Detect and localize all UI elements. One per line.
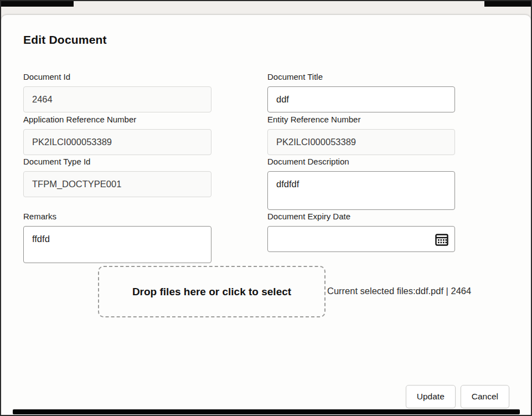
- field-remarks: Remarks ffdfd: [23, 212, 211, 263]
- document-title-label: Document Title: [267, 72, 455, 81]
- modal-footer-buttons: Update Cancel: [406, 385, 509, 408]
- document-type-id-input: [23, 171, 211, 197]
- document-title-input[interactable]: [267, 86, 455, 112]
- remarks-textarea[interactable]: ffdfd: [23, 226, 211, 263]
- dropzone-label: Drop files here or click to select: [132, 286, 291, 298]
- page-background-top: [1, 1, 531, 16]
- top-left-bar: [1, 1, 74, 7]
- document-description-label: Document Description: [267, 157, 455, 166]
- selected-files-text: Current selected files:ddf.pdf | 2464: [327, 286, 471, 296]
- entity-reference-number-input: [267, 129, 455, 155]
- document-type-id-label: Document Type Id: [23, 157, 211, 166]
- entity-reference-number-label: Entity Reference Number: [267, 115, 455, 124]
- application-reference-number-label: Application Reference Number: [23, 115, 211, 124]
- page-background-bottom: [13, 409, 520, 414]
- remarks-label: Remarks: [23, 212, 211, 221]
- field-entity-reference-number: Entity Reference Number: [267, 115, 455, 155]
- edit-document-modal: Edit Document Document Id Document Title…: [1, 15, 531, 415]
- document-expiry-date-label: Document Expiry Date: [267, 212, 455, 221]
- modal-title: Edit Document: [23, 33, 107, 47]
- field-application-reference-number: Application Reference Number: [23, 115, 211, 155]
- field-document-expiry-date: Document Expiry Date: [267, 212, 455, 252]
- field-document-description: Document Description dfdfdf: [267, 157, 455, 210]
- screen: Edit Document Document Id Document Title…: [0, 0, 532, 416]
- cancel-button[interactable]: Cancel: [461, 385, 509, 408]
- calendar-icon: [435, 232, 449, 246]
- file-dropzone[interactable]: Drop files here or click to select: [98, 266, 326, 317]
- calendar-button[interactable]: [434, 232, 450, 247]
- field-document-type-id: Document Type Id: [23, 157, 211, 197]
- top-right-bar: [484, 1, 531, 7]
- document-description-textarea[interactable]: dfdfdf: [267, 171, 455, 210]
- document-id-input: [23, 86, 211, 112]
- document-expiry-date-input[interactable]: [267, 226, 455, 252]
- document-id-label: Document Id: [23, 72, 211, 81]
- application-reference-number-input: [23, 129, 211, 155]
- expiry-input-wrap: [267, 226, 455, 252]
- field-document-id: Document Id: [23, 72, 211, 112]
- field-document-title: Document Title: [267, 72, 455, 112]
- update-button[interactable]: Update: [406, 385, 456, 408]
